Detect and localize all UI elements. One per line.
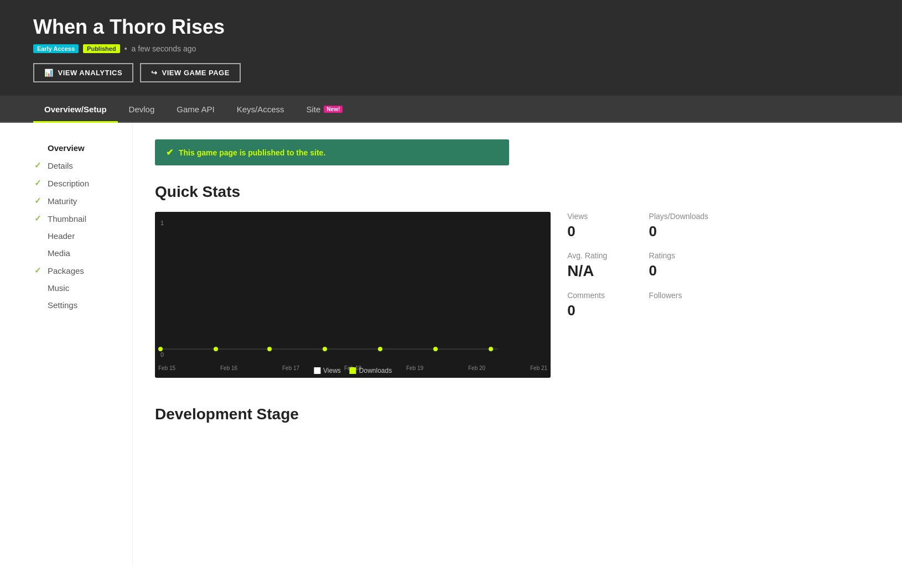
sidebar-label-header: Header bbox=[48, 231, 75, 241]
view-analytics-button[interactable]: 📊 VIEW ANALYTICS bbox=[33, 63, 133, 82]
stats-row: 1 0 Feb 15 bbox=[155, 212, 708, 378]
x-label-feb15: Feb 15 bbox=[158, 365, 175, 371]
svg-point-5 bbox=[378, 347, 382, 351]
sidebar-label-maturity: Maturity bbox=[48, 196, 77, 206]
game-title: When a Thoro Rises bbox=[33, 15, 869, 39]
tab-devlog[interactable]: Devlog bbox=[118, 96, 166, 122]
sidebar-item-settings[interactable]: Settings bbox=[33, 296, 116, 314]
svg-point-2 bbox=[214, 347, 218, 351]
sidebar-item-overview[interactable]: Overview bbox=[33, 139, 116, 157]
early-access-badge: Early Access bbox=[33, 44, 79, 53]
meta-separator: • bbox=[125, 44, 127, 53]
sidebar-label-settings: Settings bbox=[48, 300, 77, 310]
legend-views-label: Views bbox=[323, 367, 341, 374]
time-ago: a few seconds ago bbox=[132, 44, 196, 53]
tab-game-api-label: Game API bbox=[177, 105, 214, 114]
svg-point-3 bbox=[267, 347, 272, 351]
tab-game-api[interactable]: Game API bbox=[165, 96, 225, 122]
sidebar-item-thumbnail[interactable]: ✓ Thumbnail bbox=[33, 210, 116, 227]
title-meta: Early Access Published • a few seconds a… bbox=[33, 44, 869, 53]
x-label-feb20: Feb 20 bbox=[468, 365, 485, 371]
x-label-feb19: Feb 19 bbox=[406, 365, 423, 371]
tab-keys-access-label: Keys/Access bbox=[237, 105, 284, 114]
stat-comments: Comments 0 bbox=[567, 291, 626, 319]
sidebar-item-packages[interactable]: ✓ Packages bbox=[33, 262, 116, 279]
sidebar-label-description: Description bbox=[48, 179, 89, 188]
main-content: Overview ✓ Details ✓ Description ✓ Matur… bbox=[0, 123, 902, 565]
svg-point-6 bbox=[433, 347, 438, 351]
svg-point-4 bbox=[323, 347, 327, 351]
stats-chart: 1 0 Feb 15 bbox=[155, 212, 551, 378]
quick-stats-title: Quick Stats bbox=[155, 183, 869, 201]
stat-plays-label: Plays/Downloads bbox=[649, 212, 708, 221]
alert-check-icon: ✔ bbox=[166, 147, 173, 158]
stat-plays-value: 0 bbox=[649, 223, 708, 240]
development-stage-title: Development Stage bbox=[155, 405, 869, 423]
x-label-feb17: Feb 17 bbox=[282, 365, 299, 371]
svg-point-1 bbox=[158, 347, 163, 351]
tab-devlog-label: Devlog bbox=[129, 105, 155, 114]
view-game-page-button[interactable]: ↪ VIEW GAME PAGE bbox=[140, 63, 241, 82]
check-thumbnail: ✓ bbox=[33, 214, 42, 223]
sidebar-item-media[interactable]: Media bbox=[33, 244, 116, 262]
sidebar-label-music: Music bbox=[48, 283, 69, 293]
legend-downloads: Downloads bbox=[350, 367, 392, 374]
new-badge: New! bbox=[324, 106, 343, 113]
external-link-icon: ↪ bbox=[151, 69, 158, 77]
sidebar-label-thumbnail: Thumbnail bbox=[48, 214, 86, 223]
published-badge: Published bbox=[83, 44, 120, 53]
stat-views-label: Views bbox=[567, 212, 626, 221]
stats-grid: Views 0 Plays/Downloads 0 Avg. Rating N/… bbox=[567, 212, 708, 319]
x-label-feb21: Feb 21 bbox=[530, 365, 547, 371]
stat-comments-value: 0 bbox=[567, 302, 626, 319]
stat-comments-label: Comments bbox=[567, 291, 626, 300]
check-maturity: ✓ bbox=[33, 196, 42, 206]
sidebar-label-media: Media bbox=[48, 248, 70, 258]
game-page-label: VIEW GAME PAGE bbox=[162, 69, 230, 77]
tab-overview-setup-label: Overview/Setup bbox=[44, 105, 107, 114]
sidebar-label-overview: Overview bbox=[48, 143, 85, 153]
stat-avg-rating: Avg. Rating N/A bbox=[567, 251, 626, 280]
alert-message: This game page is published to the site. bbox=[179, 148, 325, 157]
stat-views-value: 0 bbox=[567, 223, 626, 240]
tab-site-label: Site bbox=[307, 105, 321, 114]
tab-site[interactable]: Site New! bbox=[296, 96, 354, 122]
chart-y-zero: 0 bbox=[160, 351, 164, 358]
svg-point-7 bbox=[489, 347, 493, 351]
legend-views-box bbox=[314, 367, 320, 374]
sidebar-item-music[interactable]: Music bbox=[33, 279, 116, 296]
legend-downloads-box bbox=[350, 367, 356, 374]
sidebar-item-details[interactable]: ✓ Details bbox=[33, 157, 116, 174]
check-packages: ✓ bbox=[33, 266, 42, 275]
legend-downloads-label: Downloads bbox=[359, 367, 392, 374]
chart-svg bbox=[155, 212, 551, 378]
tab-keys-access[interactable]: Keys/Access bbox=[226, 96, 296, 122]
stat-followers: Followers bbox=[649, 291, 708, 319]
stat-plays-downloads: Plays/Downloads 0 bbox=[649, 212, 708, 240]
stat-ratings: Ratings 0 bbox=[649, 251, 708, 280]
nav-tabs-bar: Overview/Setup Devlog Game API Keys/Acce… bbox=[0, 96, 902, 123]
content-area: ✔ This game page is published to the sit… bbox=[133, 123, 902, 565]
legend-views: Views bbox=[314, 367, 341, 374]
sidebar-label-packages: Packages bbox=[48, 266, 84, 275]
check-description: ✓ bbox=[33, 178, 42, 188]
sidebar: Overview ✓ Details ✓ Description ✓ Matur… bbox=[0, 123, 133, 565]
tab-overview-setup[interactable]: Overview/Setup bbox=[33, 96, 118, 122]
x-label-feb16: Feb 16 bbox=[220, 365, 237, 371]
stat-ratings-label: Ratings bbox=[649, 251, 708, 260]
stat-followers-label: Followers bbox=[649, 291, 708, 300]
sidebar-label-details: Details bbox=[48, 161, 73, 170]
sidebar-item-description[interactable]: ✓ Description bbox=[33, 174, 116, 192]
published-alert: ✔ This game page is published to the sit… bbox=[155, 139, 509, 165]
top-header: When a Thoro Rises Early Access Publishe… bbox=[0, 0, 902, 96]
analytics-label: VIEW ANALYTICS bbox=[58, 69, 123, 77]
sidebar-item-header[interactable]: Header bbox=[33, 227, 116, 244]
stat-ratings-value: 0 bbox=[649, 262, 708, 279]
stat-avg-rating-value: N/A bbox=[567, 262, 626, 280]
stat-views: Views 0 bbox=[567, 212, 626, 240]
header-actions: 📊 VIEW ANALYTICS ↪ VIEW GAME PAGE bbox=[33, 63, 869, 82]
sidebar-item-maturity[interactable]: ✓ Maturity bbox=[33, 192, 116, 210]
check-details: ✓ bbox=[33, 160, 42, 170]
analytics-icon: 📊 bbox=[44, 69, 54, 77]
chart-legend: Views Downloads bbox=[314, 367, 392, 378]
